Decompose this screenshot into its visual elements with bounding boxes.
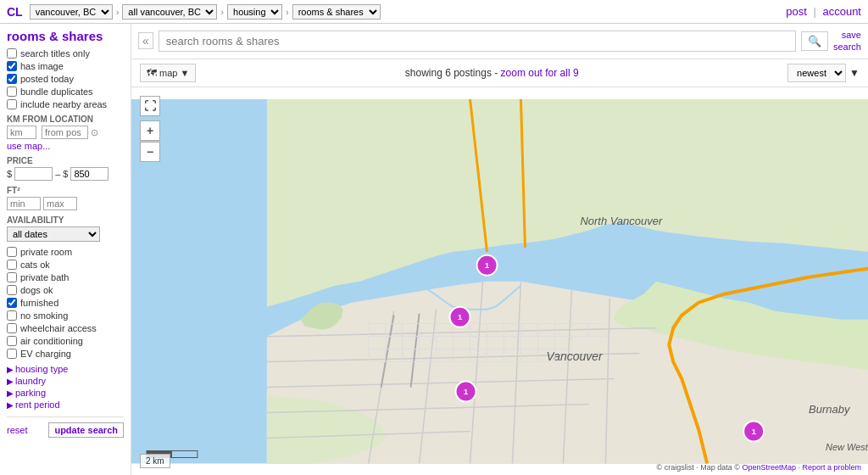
checkbox-nearby[interactable]	[7, 99, 17, 109]
map-pin-4[interactable]: 1	[743, 421, 764, 441]
fullscreen-button[interactable]: ⛶	[140, 96, 160, 116]
openstreetmap-link[interactable]: OpenStreetMap	[742, 463, 796, 472]
laundry-label: laundry	[15, 376, 46, 386]
label-bundle-dupes[interactable]: bundle duplicates	[20, 87, 93, 97]
use-map-link[interactable]: use map...	[7, 141, 124, 151]
save-search-button[interactable]: save search	[833, 29, 861, 53]
post-link[interactable]: post	[786, 5, 807, 18]
label-private-room[interactable]: private room	[20, 247, 72, 257]
checkbox-posted-today[interactable]	[7, 74, 17, 84]
km-input[interactable]	[7, 126, 36, 139]
zoom-out-button[interactable]: −	[140, 142, 160, 162]
checkbox-has-image[interactable]	[7, 61, 17, 71]
checkbox-wheelchair[interactable]	[7, 323, 17, 333]
checkbox-bundle-dupes[interactable]	[7, 87, 17, 97]
top-nav: CL vancouver, BC › all vancouver, BC › h…	[0, 0, 868, 24]
price-min-prefix: $	[7, 169, 12, 179]
filter-has-image: has image	[7, 61, 124, 71]
price-row: $ – $	[7, 167, 124, 181]
location-icon: ⊙	[91, 127, 98, 138]
price-min-input[interactable]	[14, 167, 53, 181]
ft2-section-label: FT²	[7, 186, 124, 195]
account-link[interactable]: account	[822, 5, 861, 18]
basic-filters: search titles only has image posted toda…	[7, 48, 124, 109]
label-ac[interactable]: air conditioning	[20, 336, 83, 346]
label-has-image[interactable]: has image	[20, 61, 64, 71]
expand-housing-type[interactable]: ▶ housing type	[7, 364, 124, 374]
filter-ac: air conditioning	[7, 336, 124, 346]
location-select-2[interactable]: all vancouver, BC	[122, 4, 217, 20]
location-select-1[interactable]: vancouver, BC	[30, 4, 113, 20]
filter-furnished: furnished	[7, 298, 124, 308]
filter-dogs-ok: dogs ok	[7, 285, 124, 295]
expand-laundry[interactable]: ▶ laundry	[7, 376, 124, 386]
map-pin-3[interactable]: 1	[456, 381, 476, 401]
label-search-titles[interactable]: search titles only	[20, 48, 90, 59]
checkbox-cats-ok[interactable]	[7, 260, 17, 270]
km-section-label: KM FROM LOCATION	[7, 115, 124, 124]
map-scale: 2 km	[140, 454, 170, 468]
label-wheelchair[interactable]: wheelchair access	[20, 323, 97, 333]
expand-links-group: ▶ housing type ▶ laundry ▶ parking ▶ ren…	[7, 364, 124, 410]
map-svg: North Vancouver Vancouver Burnaby New We…	[131, 87, 868, 475]
checkbox-search-titles[interactable]	[7, 48, 17, 59]
search-icon: 🔍	[808, 35, 821, 48]
fullscreen-icon: ⛶	[144, 99, 156, 113]
map-pin-1[interactable]: 1	[477, 254, 498, 275]
checkbox-no-smoking[interactable]	[7, 310, 17, 321]
svg-text:New Westm...: New Westm...	[826, 442, 868, 452]
price-max-prefix: $	[63, 169, 68, 179]
arrow-3: ›	[286, 7, 289, 17]
ft2-row	[7, 197, 124, 210]
from-pos-input[interactable]	[42, 126, 88, 139]
main-layout: rooms & shares search titles only has im…	[0, 24, 868, 475]
collapse-sidebar-button[interactable]: «	[138, 32, 153, 49]
search-bar: « 🔍 save search	[131, 24, 868, 59]
report-problem-link[interactable]: Report a problem	[802, 463, 861, 472]
label-private-bath[interactable]: private bath	[20, 272, 69, 282]
account-links: post | account	[786, 5, 861, 18]
checkbox-dogs-ok[interactable]	[7, 285, 17, 295]
cl-logo[interactable]: CL	[7, 5, 23, 19]
label-nearby[interactable]: include nearby areas	[20, 99, 107, 109]
checkbox-furnished[interactable]	[7, 298, 17, 308]
arrow-2: ›	[220, 7, 224, 17]
category-select-1[interactable]: housing	[227, 4, 282, 20]
label-ev[interactable]: EV charging	[20, 349, 71, 359]
map-pin-2[interactable]: 1	[450, 306, 470, 327]
expand-rent-period[interactable]: ▶ rent period	[7, 400, 124, 410]
search-input[interactable]	[159, 31, 796, 52]
expand-parking[interactable]: ▶ parking	[7, 388, 124, 398]
km-row: ⊙	[7, 126, 124, 139]
checkbox-private-room[interactable]	[7, 247, 17, 257]
update-search-button[interactable]: update search	[48, 422, 124, 438]
zoom-in-button[interactable]: +	[140, 120, 160, 141]
ft2-max-input[interactable]	[43, 197, 77, 210]
price-max-input[interactable]	[70, 167, 108, 181]
map-container: North Vancouver Vancouver Burnaby New We…	[131, 87, 868, 475]
label-cats-ok[interactable]: cats ok	[20, 260, 50, 270]
sidebar: rooms & shares search titles only has im…	[0, 24, 131, 475]
label-no-smoking[interactable]: no smoking	[20, 310, 68, 321]
checkbox-ev[interactable]	[7, 349, 17, 359]
map-controls: ⛶ + −	[140, 96, 160, 162]
label-dogs-ok[interactable]: dogs ok	[20, 285, 53, 295]
nav-separator: |	[813, 5, 815, 18]
map-label: map	[159, 68, 177, 78]
minus-icon: −	[147, 145, 153, 159]
availability-select[interactable]: all dates	[7, 226, 100, 242]
checkbox-private-bath[interactable]	[7, 272, 17, 282]
zoom-out-link[interactable]: zoom out for all 9	[501, 67, 579, 79]
label-posted-today[interactable]: posted today	[20, 74, 74, 84]
svg-text:1: 1	[464, 387, 469, 396]
search-go-button[interactable]: 🔍	[801, 31, 828, 51]
filter-posted-today: posted today	[7, 74, 124, 84]
map-view-button[interactable]: 🗺 map ▼	[140, 64, 196, 82]
sort-select[interactable]: newest	[787, 64, 846, 82]
filter-private-bath: private bath	[7, 272, 124, 282]
reset-button[interactable]: reset	[7, 425, 27, 435]
category-select-2[interactable]: rooms & shares	[292, 4, 381, 20]
ft2-min-input[interactable]	[7, 197, 41, 210]
label-furnished[interactable]: furnished	[20, 298, 58, 308]
checkbox-ac[interactable]	[7, 336, 17, 346]
